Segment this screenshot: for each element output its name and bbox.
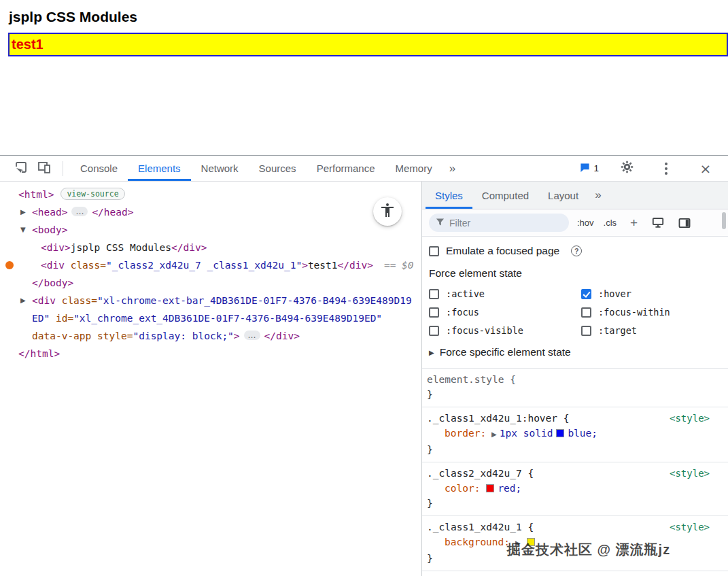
style-rule-class1[interactable]: ._class1_xd42u_1 { background:▶ } <style…: [422, 516, 728, 571]
tree-line-title-div[interactable]: <div>jsplp CSS Modules</div>: [0, 239, 421, 256]
tree-line-ext-div-3[interactable]: data-v-app style="display: block;">…</di…: [0, 327, 421, 345]
css-value[interactable]: blue;: [568, 428, 597, 439]
closing-brace: }: [427, 389, 433, 400]
css-property-name[interactable]: background:: [445, 537, 510, 547]
style-rule-hover[interactable]: ._class1_xd42u_1:hover { border:▶1px sol…: [422, 407, 728, 462]
tab-network[interactable]: Network: [191, 156, 249, 181]
expand-shorthand-icon[interactable]: ▶: [515, 539, 521, 547]
closing-brace: }: [427, 553, 433, 564]
tab-memory[interactable]: Memory: [385, 156, 443, 181]
tab-console[interactable]: Console: [70, 156, 128, 181]
console-messages-indicator[interactable]: 1: [580, 163, 599, 175]
device-toolbar-icon: [37, 160, 51, 177]
tab-sources[interactable]: Sources: [249, 156, 307, 181]
state-active[interactable]: :active: [429, 288, 581, 299]
rendering-emulation-icon[interactable]: [652, 217, 664, 228]
tree-line-ext-div-2[interactable]: ED" id="xl_chrome_ext_4DB361DE-01F7-4376…: [0, 309, 421, 327]
inspect-element-button[interactable]: [10, 158, 33, 180]
div-close-tag: </div>: [171, 242, 207, 253]
emulate-focused-page-row[interactable]: Emulate a focused page ?: [429, 245, 728, 257]
tree-line-html-open[interactable]: <html>view-source: [0, 186, 421, 203]
new-style-rule-button[interactable]: +: [630, 216, 638, 229]
data-v-app-attr: data-v-app: [32, 331, 91, 341]
state-target[interactable]: :target: [581, 325, 728, 336]
class-attr-name: class=: [62, 295, 97, 306]
hover-checkbox[interactable]: [581, 289, 591, 299]
scrollbar-thumb[interactable]: [722, 212, 726, 229]
tree-line-html-close[interactable]: </html>: [0, 345, 421, 362]
body-close-tag: </body>: [32, 277, 73, 288]
ellipsis-button[interactable]: …: [244, 331, 260, 340]
active-checkbox[interactable]: [429, 289, 439, 299]
help-icon[interactable]: ?: [571, 245, 582, 256]
close-devtools-button[interactable]: ×: [694, 158, 717, 180]
tab-layout[interactable]: Layout: [538, 182, 588, 209]
state-focus-within[interactable]: :focus-within: [581, 307, 728, 318]
more-tabs-button[interactable]: »: [443, 162, 462, 175]
menu-button[interactable]: [655, 158, 678, 180]
target-checkbox[interactable]: [581, 326, 591, 336]
tab-label: Console: [80, 163, 118, 174]
state-focus-visible[interactable]: :focus-visible: [429, 325, 581, 336]
focus-checkbox[interactable]: [429, 307, 439, 318]
tag-bracket: >: [234, 331, 240, 341]
state-focus[interactable]: :focus: [429, 307, 581, 318]
css-value[interactable]: red;: [498, 483, 521, 494]
state-label: :focus-within: [598, 307, 670, 318]
stylesheet-source-link[interactable]: <style>: [670, 520, 710, 535]
color-swatch-blue[interactable]: [556, 429, 564, 437]
rule-selector[interactable]: ._class1_xd42u_1 {: [427, 522, 534, 532]
color-swatch-yellow[interactable]: [527, 538, 535, 546]
device-toolbar-button[interactable]: [33, 158, 56, 180]
collapse-arrow-icon[interactable]: ▼: [20, 221, 26, 239]
element-style-selector[interactable]: element.style {: [427, 374, 516, 385]
expand-arrow-icon[interactable]: ▶: [20, 292, 26, 309]
test-banner-text: test1: [10, 37, 44, 52]
focus-visible-checkbox[interactable]: [429, 326, 439, 336]
emulate-focused-checkbox[interactable]: [429, 246, 439, 256]
tab-performance[interactable]: Performance: [307, 156, 385, 181]
style-attr-value: "display: block;": [133, 331, 233, 341]
force-specific-state-expander[interactable]: ▶ Force specific element state: [429, 346, 728, 358]
tree-line-ext-div-1[interactable]: ▶<div class="xl-chrome-ext-bar_4DB361DE-…: [0, 292, 421, 309]
toolbar-divider: [63, 161, 63, 176]
tab-elements[interactable]: Elements: [128, 156, 191, 181]
tab-computed[interactable]: Computed: [472, 182, 538, 209]
force-element-state-heading: Force element state: [429, 267, 728, 279]
element-style-block[interactable]: element.style { }: [422, 369, 728, 407]
css-property-name[interactable]: color:: [445, 483, 480, 494]
elements-panel: <html>view-source ▶<head>…</head> ▼<body…: [0, 182, 422, 576]
toggle-sidebar-panel-icon[interactable]: [678, 218, 691, 228]
filter-input[interactable]: [449, 218, 551, 228]
focus-within-checkbox[interactable]: [581, 307, 591, 318]
toggle-element-state-button[interactable]: :hov: [577, 218, 594, 228]
expand-shorthand-icon[interactable]: ▶: [491, 430, 497, 438]
more-sidebar-tabs-button[interactable]: »: [588, 188, 608, 202]
stylesheet-source-link[interactable]: <style>: [670, 466, 710, 481]
element-classes-button[interactable]: .cls: [604, 218, 617, 228]
expand-arrow-icon[interactable]: ▶: [20, 203, 26, 221]
css-property-name[interactable]: border:: [445, 428, 486, 439]
rule-selector[interactable]: ._class1_xd42u_1:hover {: [427, 413, 570, 424]
color-swatch-red[interactable]: [486, 484, 494, 492]
tab-styles[interactable]: Styles: [426, 182, 472, 209]
view-source-badge[interactable]: view-source: [60, 188, 124, 200]
accessibility-overlay-button[interactable]: [373, 197, 402, 226]
settings-button[interactable]: [615, 158, 638, 180]
state-hover[interactable]: :hover: [581, 288, 728, 299]
devtools-body: <html>view-source ▶<head>…</head> ▼<body…: [0, 182, 728, 576]
tab-label: Styles: [435, 190, 463, 201]
message-bubble-icon: [580, 163, 590, 175]
style-rule-class2[interactable]: ._class2_xd42u_7 { color:red; } <style>: [422, 462, 728, 516]
test-banner[interactable]: test1: [8, 33, 728, 56]
tree-line-body-close[interactable]: </body>: [0, 274, 421, 292]
tree-line-head[interactable]: ▶<head>…</head>: [0, 203, 421, 221]
stylesheet-source-link[interactable]: <style>: [670, 411, 710, 426]
tree-line-test-div-selected[interactable]: <div class="_class2_xd42u_7 _class1_xd42…: [0, 256, 421, 274]
rule-selector[interactable]: ._class2_xd42u_7 {: [427, 468, 534, 479]
tree-line-body-open[interactable]: ▼<body>: [0, 221, 421, 239]
class-attr-value: "xl-chrome-ext-bar_4DB361DE-01F7-4376-B4…: [97, 295, 412, 306]
filter-field[interactable]: [429, 214, 569, 232]
css-value[interactable]: 1px solid: [500, 428, 553, 439]
ellipsis-button[interactable]: …: [71, 207, 88, 216]
